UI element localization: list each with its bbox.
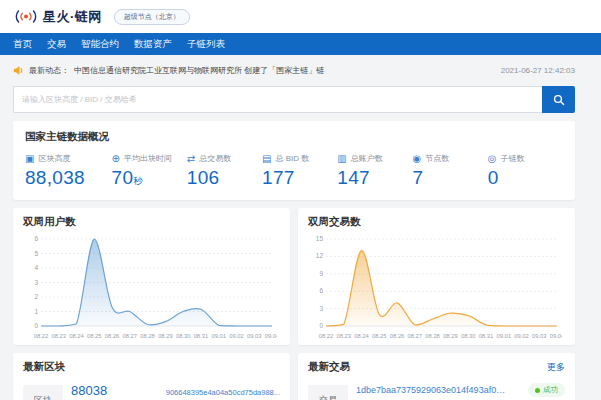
svg-text:09.01: 09.01 [496,333,511,339]
node-icon: ◉ [413,154,422,164]
transactions-chart: 0369121508.2208.2308.2408.2508.2608.2708… [308,231,562,341]
latest-row: 最新区块 区块 88038 906648395e4a04a50cd75da988… [13,353,575,400]
chain-overview-card: 国家主链数据概况 ▣区块高度 88,038 ⊕平均出块时间 70秒 ⇄总交易数 … [13,121,575,200]
svg-text:08.25: 08.25 [87,333,102,339]
transaction-status-badge: 成功 [528,383,565,397]
stat-value: 177 [262,167,337,189]
block-tag: 区块 [23,385,63,400]
svg-text:09.04: 09.04 [265,333,277,339]
block-hash-link[interactable]: 906648395e4a04a50cd75da988... [166,388,280,397]
main-nav: 首页 交易 智能合约 数据资产 子链列表 [0,33,601,55]
nav-item-data-assets[interactable]: 数据资产 [134,38,172,51]
news-ticker: 最新动态： 中国信息通信研究院工业互联网与物联网研究所 创建了「国家主链」链 2… [13,58,575,83]
users-chart: 012345608.2208.2308.2408.2508.2608.2708.… [23,231,277,341]
svg-text:08.23: 08.23 [337,333,352,339]
nav-item-home[interactable]: 首页 [13,38,32,51]
users-chart-card: 双周用户数 012345608.2208.2308.2408.2508.2608… [13,208,290,345]
clock-icon: ⊕ [112,154,120,164]
svg-text:08.27: 08.27 [408,333,423,339]
svg-text:08.30: 08.30 [461,333,476,339]
transactions-chart-title: 双周交易数 [308,215,565,229]
nav-item-smart-contracts[interactable]: 智能合约 [81,38,119,51]
stat-label: 区块高度 [38,153,70,164]
stat-value: 70秒 [112,167,187,189]
svg-text:0: 0 [34,322,38,329]
latest-transactions-title: 最新交易 [308,360,350,374]
svg-text:1: 1 [34,308,38,315]
svg-text:09.02: 09.02 [229,333,244,339]
search-button[interactable] [542,86,575,113]
stat-value: 106 [187,167,262,189]
stat-value: 7 [413,167,488,189]
stat-value: 88,038 [25,167,112,189]
search-bar [13,86,575,113]
svg-text:08.27: 08.27 [123,333,138,339]
transactions-chart-card: 双周交易数 0369121508.2208.2308.2408.2508.260… [298,208,575,345]
nav-item-subchain-list[interactable]: 子链列表 [187,38,225,51]
transaction-tag: 交易 [308,385,348,400]
svg-text:08.24: 08.24 [69,333,84,339]
svg-text:09.02: 09.02 [514,333,529,339]
svg-text:08.29: 08.29 [158,333,173,339]
stat-label: 总 BID 数 [275,153,309,164]
block-icon: ▣ [25,154,34,164]
svg-text:0: 0 [319,322,323,329]
svg-text:09.03: 09.03 [247,333,262,339]
svg-text:09.01: 09.01 [211,333,226,339]
accounts-icon: ▥ [337,154,346,164]
stat-total-accounts: ▥总账户数 147 [337,153,412,189]
subchain-icon: ◎ [488,154,497,164]
svg-text:15: 15 [316,235,324,242]
svg-text:08.31: 08.31 [479,333,494,339]
ticker-prefix: 最新动态： [29,65,69,76]
users-chart-title: 双周用户数 [23,215,280,229]
svg-text:08.28: 08.28 [140,333,155,339]
stat-label: 节点数 [425,153,449,164]
app-header: 星火·链网 超级节点（北京） [0,0,601,33]
block-height-link[interactable]: 88038 [71,383,107,398]
node-badge: 超级节点（北京） [114,9,190,25]
svg-text:08.23: 08.23 [52,333,67,339]
svg-text:3: 3 [34,279,38,286]
svg-text:08.30: 08.30 [176,333,191,339]
stat-avg-block-time: ⊕平均出块时间 70秒 [112,153,187,189]
svg-text:08.26: 08.26 [390,333,405,339]
latest-transactions-card: 最新交易 更多 交易 1dbe7baa7375929063e014f493af0… [298,353,575,400]
svg-text:6: 6 [319,287,323,294]
svg-text:08.28: 08.28 [425,333,440,339]
search-input[interactable] [13,86,542,113]
stat-total-transactions: ⇄总交易数 106 [187,153,262,189]
svg-text:08.22: 08.22 [319,333,334,339]
svg-text:6: 6 [34,235,38,242]
ticker-news-link[interactable]: 中国信息通信研究院工业互联网与物联网研究所 创建了「国家主链」链 [74,65,324,76]
svg-text:12: 12 [316,252,324,259]
broadcast-logo-icon [14,8,38,25]
stat-node-count: ◉节点数 7 [413,153,488,189]
svg-text:9: 9 [319,270,323,277]
swap-icon: ⇄ [187,154,195,164]
stat-subchain-count: ◎子链数 0 [488,153,563,189]
transaction-list-item: 交易 1dbe7baa7375929063e014f493af0595b9fd.… [308,383,565,400]
svg-text:2: 2 [34,293,38,300]
svg-text:08.25: 08.25 [372,333,387,339]
svg-text:08.26: 08.26 [105,333,120,339]
svg-text:09.04: 09.04 [550,333,562,339]
stats-row: ▣区块高度 88,038 ⊕平均出块时间 70秒 ⇄总交易数 106 ▤总 BI… [25,153,563,189]
transaction-hash-link[interactable]: 1dbe7baa7375929063e014f493af0595b9fd... [356,385,506,395]
stat-value: 0 [488,167,563,189]
latest-blocks-card: 最新区块 区块 88038 906648395e4a04a50cd75da988… [13,353,290,400]
speaker-icon [13,65,24,76]
page-content: 最新动态： 中国信息通信研究院工业互联网与物联网研究所 创建了「国家主链」链 2… [13,58,575,400]
more-link[interactable]: 更多 [547,361,565,374]
stat-label: 总交易数 [199,153,231,164]
success-dot-icon [535,388,540,393]
svg-text:08.24: 08.24 [354,333,369,339]
nav-item-transactions[interactable]: 交易 [47,38,66,51]
latest-blocks-title: 最新区块 [23,360,65,374]
stat-label: 子链数 [501,153,525,164]
brand-title: 星火·链网 [43,8,102,26]
ticker-timestamp: 2021-06-27 12:42:03 [501,66,575,75]
svg-text:09.03: 09.03 [532,333,547,339]
brand[interactable]: 星火·链网 [14,8,102,26]
stat-block-height: ▣区块高度 88,038 [25,153,112,189]
